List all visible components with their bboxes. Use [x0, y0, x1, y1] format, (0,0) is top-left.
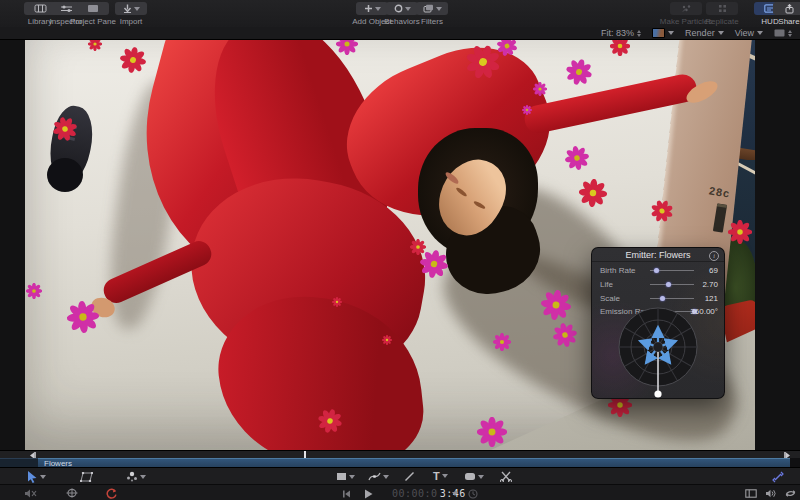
flower-particle	[66, 300, 101, 335]
play-button[interactable]	[364, 489, 373, 499]
channel-swatch-control[interactable]	[652, 28, 674, 38]
chevron-down-icon	[668, 31, 674, 35]
flower-particle	[26, 283, 42, 299]
render-menu[interactable]: Render	[685, 28, 724, 38]
layout-control[interactable]	[774, 29, 792, 37]
timecode-menu[interactable]	[452, 492, 458, 496]
share-button[interactable]: Share	[775, 2, 800, 26]
chevron-down-icon	[452, 492, 458, 496]
shape-tool[interactable]	[464, 472, 484, 481]
chevron-down-icon	[40, 475, 46, 479]
muted-speaker-icon	[24, 489, 37, 498]
plus-icon	[364, 4, 373, 13]
flower-particle	[418, 248, 450, 280]
adjust-item-tool[interactable]	[126, 471, 146, 482]
timeline-resize-handle[interactable]	[772, 471, 784, 483]
make-particles-icon	[681, 4, 692, 13]
life-value: 2.70	[702, 280, 718, 289]
crosshair-icon	[66, 488, 78, 498]
share-icon	[785, 4, 794, 14]
birth-rate-slider[interactable]	[650, 270, 694, 271]
slider-knob[interactable]	[660, 296, 665, 301]
hud-row-life: Life 2.70	[592, 278, 724, 291]
project-pane-button[interactable]: Project Pane	[69, 2, 117, 26]
import-icon	[123, 4, 132, 13]
flower-particle	[539, 288, 573, 322]
flower-particle	[50, 114, 79, 143]
life-slider[interactable]	[650, 284, 694, 285]
flower-particle	[382, 335, 392, 345]
flower-particle	[493, 333, 511, 351]
go-to-start-button[interactable]	[342, 490, 351, 498]
chevron-down-icon	[349, 475, 355, 479]
share-label: Share	[778, 17, 799, 26]
transform-tool[interactable]	[80, 472, 93, 482]
dial-handle-dot[interactable]	[654, 390, 661, 397]
replicate-button: Replicate	[700, 2, 744, 26]
filters-button[interactable]: Filters	[414, 2, 450, 26]
slider-knob[interactable]	[654, 268, 659, 273]
scale-slider[interactable]	[650, 298, 694, 299]
motion-app-window: Library Inspector Project Pane Import Ad…	[0, 0, 800, 500]
snap-button[interactable]	[66, 488, 78, 498]
timeline-track-flowers[interactable]: Flowers	[38, 458, 790, 467]
rectangle-tool[interactable]	[336, 472, 355, 481]
record-animation-button[interactable]	[106, 488, 117, 499]
line-tool[interactable]	[404, 471, 415, 482]
chevron-down-icon	[442, 474, 448, 478]
zoom-level-control[interactable]: Fit: 83%	[601, 28, 641, 38]
import-label: Import	[120, 17, 143, 26]
behaviors-icon	[394, 4, 403, 13]
replicate-icon	[718, 4, 727, 13]
hud-panel-title: Emitter: Flowers	[592, 248, 724, 262]
chevron-down-icon	[405, 7, 411, 11]
life-label: Life	[600, 280, 613, 289]
mask-tool[interactable]	[500, 471, 512, 482]
flower-particle	[88, 40, 102, 51]
chevron-down-icon	[718, 31, 724, 35]
flower-particle	[336, 40, 358, 55]
timeline-track-area: Flowers	[0, 458, 800, 467]
render-menu-label: Render	[685, 28, 715, 38]
flower-particle	[578, 178, 608, 208]
clock-icon	[468, 489, 478, 499]
show-timeline-button[interactable]	[745, 489, 757, 498]
loop-playback-button[interactable]	[784, 489, 797, 498]
emission-range-dial[interactable]	[615, 304, 701, 400]
layout-icon	[774, 29, 785, 37]
line-icon	[404, 471, 415, 482]
zoom-stepper-icon[interactable]	[637, 30, 641, 37]
timing-display-button[interactable]	[468, 489, 478, 499]
hud-row-birth-rate: Birth Rate 69	[592, 264, 724, 277]
import-button[interactable]: Import	[111, 2, 151, 26]
rectangle-icon	[336, 472, 347, 481]
mute-button[interactable]	[24, 489, 37, 498]
previous-frame-icon	[342, 490, 351, 498]
pointer-icon	[27, 471, 38, 483]
scale-value: 121	[705, 294, 718, 303]
project-pane-icon	[87, 4, 99, 13]
select-tool[interactable]	[27, 471, 46, 483]
birth-rate-value: 69	[709, 266, 718, 275]
flower-particle	[648, 197, 676, 225]
bezier-tool[interactable]	[368, 471, 389, 482]
chevron-down-icon	[383, 475, 389, 479]
flower-particle	[522, 105, 532, 115]
replicate-label: Replicate	[705, 17, 738, 26]
view-options-bar: Fit: 83% Render View	[0, 27, 800, 40]
slider-knob[interactable]	[666, 282, 671, 287]
hud-panel[interactable]: Emitter: Flowers i Birth Rate 69 Life 2.…	[591, 247, 725, 399]
chevron-down-icon	[478, 475, 484, 479]
view-menu[interactable]: View	[735, 28, 763, 38]
flower-particle	[315, 406, 344, 435]
audio-button[interactable]	[765, 489, 777, 498]
transform-icon	[80, 472, 93, 482]
project-pane-label: Project Pane	[70, 17, 116, 26]
flower-particle	[563, 144, 591, 172]
flower-particle	[118, 45, 148, 75]
info-icon[interactable]: i	[709, 251, 719, 261]
chevron-down-icon	[757, 31, 763, 35]
view-menu-label: View	[735, 28, 754, 38]
text-tool[interactable]: T	[433, 470, 448, 482]
channel-swatch-icon	[652, 28, 665, 38]
